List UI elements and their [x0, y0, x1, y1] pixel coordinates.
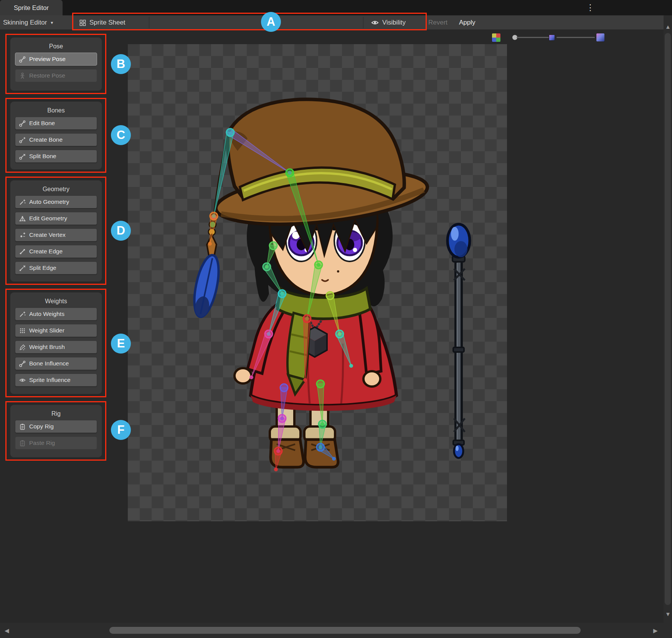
tab-bar: Sprite Editor ⋮	[0, 0, 672, 15]
annotation-badge-d: D	[111, 221, 131, 241]
horizontal-scrollbar-thumb[interactable]	[109, 627, 581, 634]
auto-weights-icon	[19, 311, 26, 318]
edit-bone-button[interactable]: Edit Bone	[15, 117, 97, 130]
weight-slider-icon	[19, 327, 26, 334]
edit-bone-icon	[19, 120, 26, 127]
auto-weights-button[interactable]: Auto Weights	[15, 307, 97, 321]
tab-sprite-editor[interactable]: Sprite Editor	[0, 0, 63, 15]
chevron-down-icon: ▾	[51, 20, 53, 25]
zoom-slider-track[interactable]	[517, 37, 549, 38]
bones-panel: Bones Edit Bone Create Bone Split Bone	[10, 101, 102, 170]
horizontal-scrollbar[interactable]: ◀ ▶	[0, 623, 672, 638]
paste-rig-icon	[19, 440, 26, 447]
split-edge-icon	[19, 264, 26, 272]
feather	[190, 253, 223, 319]
preview-pose-button[interactable]: Preview Pose	[15, 53, 97, 66]
color-swatch-button[interactable]	[492, 33, 501, 42]
copy-rig-button[interactable]: Copy Rig	[15, 420, 97, 433]
rig-panel-title: Rig	[10, 408, 102, 420]
annotation-badge-b: B	[111, 54, 131, 74]
bones-panel-title: Bones	[10, 104, 102, 117]
toolbar-separator	[363, 17, 363, 28]
apply-button[interactable]: Apply	[459, 15, 476, 30]
restore-pose-button[interactable]: Restore Pose	[15, 69, 97, 82]
weights-panel-title: Weights	[10, 295, 102, 307]
create-vertex-button[interactable]: Create Vertex	[15, 228, 97, 241]
edit-geometry-button[interactable]: Edit Geometry	[15, 212, 97, 225]
annotation-badge-a: A	[261, 12, 281, 32]
staff-sprite	[447, 224, 470, 458]
weight-brush-button[interactable]: Weight Brush	[15, 340, 97, 354]
kebab-menu-icon[interactable]: ⋮	[584, 0, 596, 15]
split-edge-button[interactable]: Split Edge	[15, 261, 97, 274]
weight-slider-button[interactable]: Weight Slider	[15, 324, 97, 337]
geometry-panel: Geometry Auto Geometry Edit Geometry Cre…	[10, 180, 102, 282]
skinning-editor-dropdown[interactable]: Skinning Editor ▾	[3, 15, 53, 30]
toolbar-separator	[149, 17, 149, 28]
annotation-badge-c: C	[111, 125, 131, 145]
restore-figure-icon	[19, 72, 26, 79]
bone-influence-icon	[19, 360, 26, 367]
visibility-button[interactable]: Visibility	[371, 15, 406, 30]
texture-thumb-icon[interactable]	[549, 35, 555, 41]
scroll-up-icon[interactable]: ▲	[665, 24, 671, 30]
vertical-scrollbar[interactable]: ▲ ▼	[664, 15, 672, 623]
character-sprite	[128, 44, 507, 521]
copy-rig-icon	[19, 423, 26, 430]
pose-panel: Pose Preview Pose Restore Pose	[10, 37, 102, 91]
sprite-editor-window: Sprite Editor ⋮ Skinning Editor ▾ Sprite…	[0, 0, 672, 638]
weights-panel: Weights Auto Weights Weight Slider Weigh…	[10, 292, 102, 394]
scroll-left-icon[interactable]: ◀	[5, 628, 9, 633]
brightness-slider-track[interactable]	[556, 37, 595, 38]
annotation-badge-e: E	[111, 334, 131, 354]
tab-title: Sprite Editor	[14, 4, 49, 12]
create-bone-button[interactable]: Create Bone	[15, 133, 97, 146]
bone-influence-button[interactable]: Bone Influence	[15, 357, 97, 370]
weight-brush-icon	[19, 344, 26, 351]
sprite-sheet-button[interactable]: Sprite Sheet	[79, 15, 125, 30]
annotation-badge-f: F	[111, 420, 131, 440]
split-bone-button[interactable]: Split Bone	[15, 150, 97, 163]
pose-bone-icon	[19, 56, 26, 63]
sprite-influence-button[interactable]: Sprite Influence	[15, 374, 97, 387]
gradient-swatch-icon[interactable]	[596, 33, 605, 42]
sprite-canvas[interactable]	[128, 44, 507, 521]
pose-panel-title: Pose	[10, 40, 102, 53]
vertical-scrollbar-thumb[interactable]	[665, 33, 671, 605]
auto-geometry-icon	[19, 198, 26, 206]
revert-button[interactable]: Revert	[428, 15, 447, 30]
scroll-right-icon[interactable]: ▶	[653, 628, 658, 633]
split-bone-icon	[19, 153, 26, 160]
rig-panel: Rig Copy Rig Paste Rig	[10, 405, 102, 458]
edit-geometry-icon	[19, 215, 26, 222]
paste-rig-button[interactable]: Paste Rig	[15, 436, 97, 450]
create-edge-icon	[19, 248, 26, 255]
auto-geometry-button[interactable]: Auto Geometry	[15, 195, 97, 208]
sprite-sheet-icon	[79, 19, 86, 26]
scroll-down-icon[interactable]: ▼	[665, 611, 671, 617]
create-vertex-icon	[19, 231, 26, 239]
eye-icon	[371, 18, 379, 27]
create-bone-icon	[19, 136, 26, 144]
geometry-panel-title: Geometry	[10, 183, 102, 195]
toolbar: Skinning Editor ▾ Sprite Sheet Visibilit…	[0, 15, 664, 30]
create-edge-button[interactable]: Create Edge	[15, 245, 97, 258]
sprite-influence-icon	[19, 377, 26, 384]
